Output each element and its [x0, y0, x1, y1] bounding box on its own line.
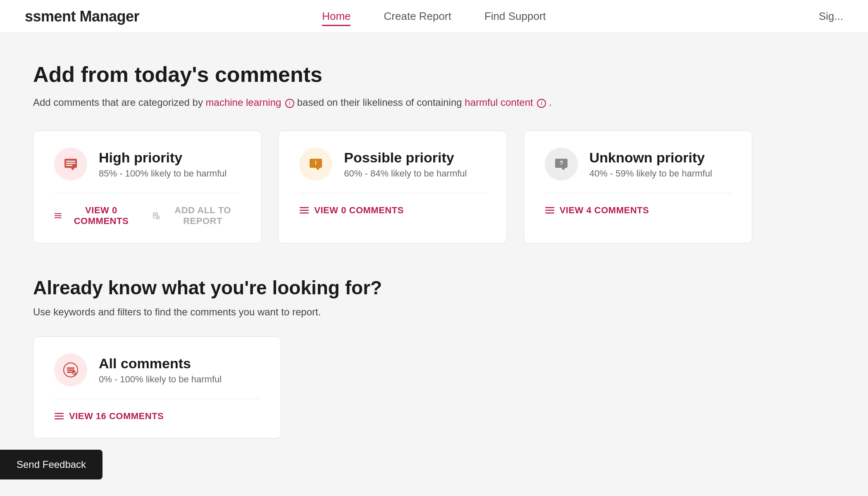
svg-rect-17 [300, 207, 309, 208]
send-feedback-button[interactable]: Send Feedback [0, 450, 103, 479]
subtitle-prefix: Add comments that are categorized by [33, 97, 206, 108]
possible-view-comments-btn[interactable]: VIEW 0 COMMENTS [299, 205, 404, 216]
svg-rect-6 [55, 215, 62, 216]
high-card-header: High priority 85% - 100% likely to be ha… [54, 148, 241, 181]
possible-priority-icon: ! [308, 156, 324, 172]
add-icon [152, 211, 160, 221]
svg-rect-25 [545, 212, 554, 214]
high-view-label: VIEW 0 COMMENTS [67, 205, 136, 227]
nav-create-report[interactable]: Create Report [384, 7, 451, 26]
all-view-label: VIEW 16 COMMENTS [69, 411, 164, 422]
possible-priority-icon-circle: ! [299, 148, 332, 181]
svg-rect-31 [55, 413, 64, 414]
all-card-title-group: All comments 0% - 100% likely to be harm… [99, 355, 222, 385]
unknown-card-title-group: Unknown priority 40% - 59% likely to be … [589, 150, 712, 179]
unknown-priority-card: ? Unknown priority 40% - 59% likely to b… [524, 131, 752, 243]
unknown-priority-icon-circle: ? [545, 148, 578, 181]
svg-marker-22 [561, 168, 565, 170]
svg-rect-18 [300, 210, 309, 211]
view-list-icon [54, 211, 62, 221]
nav-home[interactable]: Home [322, 7, 351, 26]
navbar: ssment Manager Home Create Report Find S… [0, 0, 868, 33]
svg-rect-19 [300, 212, 309, 214]
unknown-card-title: Unknown priority [589, 150, 712, 166]
possible-card-title: Possible priority [344, 150, 467, 166]
all-card-title: All comments [99, 355, 222, 372]
unknown-view-list-icon [545, 205, 555, 215]
high-add-label: ADD ALL TO REPORT [165, 205, 241, 227]
section2-title: Already know what you're looking for? [33, 277, 752, 299]
all-card-header: All comments 0% - 100% likely to be harm… [54, 353, 260, 386]
ml-info-icon[interactable]: i [285, 99, 294, 108]
section1-title: Add from today's comments [33, 62, 752, 87]
high-card-actions: VIEW 0 COMMENTS ADD ALL TO REPORT [54, 205, 241, 227]
all-view-comments-btn[interactable]: VIEW 16 COMMENTS [54, 411, 164, 422]
high-add-all-btn[interactable]: ADD ALL TO REPORT [152, 205, 241, 227]
svg-rect-5 [55, 213, 62, 214]
svg-rect-33 [55, 418, 64, 420]
possible-view-list-icon [299, 205, 309, 215]
hc-info-icon[interactable]: i [537, 99, 546, 108]
subtitle-middle: based on their likeliness of containing [297, 97, 465, 108]
high-card-title: High priority [99, 150, 227, 166]
high-card-desc: 85% - 100% likely to be harmful [99, 168, 227, 179]
high-card-divider [54, 193, 241, 193]
nav-find-support[interactable]: Find Support [484, 7, 546, 26]
high-priority-card: High priority 85% - 100% likely to be ha… [33, 131, 262, 243]
svg-marker-16 [316, 168, 320, 170]
all-view-list-icon [54, 411, 64, 421]
svg-rect-29 [67, 372, 72, 373]
all-card-divider [54, 399, 260, 399]
unknown-card-divider [545, 193, 731, 193]
possible-priority-card: ! Possible priority 60% - 84% likely to … [278, 131, 507, 243]
section2-subtitle: Use keywords and filters to find the com… [33, 306, 752, 318]
brand-title: ssment Manager [25, 8, 139, 25]
unknown-view-comments-btn[interactable]: VIEW 4 COMMENTS [545, 205, 649, 216]
all-card-actions: VIEW 16 COMMENTS [54, 411, 260, 422]
section1-subtitle: Add comments that are categorized by mac… [33, 95, 752, 110]
svg-marker-4 [71, 168, 75, 170]
all-comments-icon-circle [54, 353, 87, 386]
svg-rect-23 [545, 207, 554, 208]
all-comments-icon [63, 362, 79, 378]
high-priority-icon [63, 156, 79, 172]
svg-rect-27 [67, 367, 74, 369]
all-card-desc: 0% - 100% likely to be harmful [99, 374, 222, 385]
nav-signin[interactable]: Sig... [819, 10, 843, 23]
unknown-card-header: ? Unknown priority 40% - 59% likely to b… [545, 148, 731, 181]
unknown-priority-icon: ? [553, 156, 569, 172]
possible-card-actions: VIEW 0 COMMENTS [299, 205, 486, 216]
unknown-card-actions: VIEW 4 COMMENTS [545, 205, 731, 216]
priority-cards-row: High priority 85% - 100% likely to be ha… [33, 131, 752, 243]
nav-links: Home Create Report Find Support [322, 7, 546, 26]
svg-rect-7 [55, 217, 62, 218]
svg-rect-24 [545, 210, 554, 211]
possible-card-desc: 60% - 84% likely to be harmful [344, 168, 467, 179]
svg-text:!: ! [315, 160, 317, 166]
high-priority-icon-circle [54, 148, 87, 181]
high-card-title-group: High priority 85% - 100% likely to be ha… [99, 150, 227, 179]
ml-link[interactable]: machine learning [206, 97, 281, 108]
svg-rect-32 [55, 416, 64, 417]
possible-card-header: ! Possible priority 60% - 84% likely to … [299, 148, 486, 181]
hc-link[interactable]: harmful content [465, 97, 533, 108]
unknown-view-label: VIEW 4 COMMENTS [560, 205, 649, 216]
possible-card-title-group: Possible priority 60% - 84% likely to be… [344, 150, 467, 179]
svg-rect-28 [67, 370, 74, 371]
subtitle-suffix: . [549, 97, 552, 108]
high-view-comments-btn[interactable]: VIEW 0 COMMENTS [54, 205, 136, 227]
possible-view-label: VIEW 0 COMMENTS [314, 205, 404, 216]
svg-point-30 [72, 371, 76, 375]
all-comments-card: All comments 0% - 100% likely to be harm… [33, 336, 281, 439]
unknown-card-desc: 40% - 59% likely to be harmful [589, 168, 712, 179]
possible-card-divider [299, 193, 486, 193]
svg-text:?: ? [559, 159, 563, 166]
main-content: Add from today's comments Add comments t… [0, 33, 785, 472]
